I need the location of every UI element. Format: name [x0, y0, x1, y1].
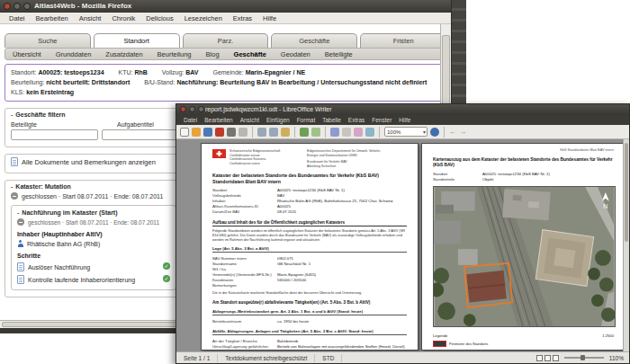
menu-delicious[interactable]: Delicious	[140, 14, 178, 22]
firefox-titlebar[interactable]: Altlast4Web - Mozilla Firefox	[0, 0, 451, 13]
collapse-icon[interactable]: -	[11, 183, 13, 190]
document-page-2[interactable]: KbS Standortdaten Blatt BAV intern Karte…	[421, 143, 626, 351]
help-icon[interactable]	[430, 128, 439, 137]
cut-icon[interactable]	[257, 128, 266, 137]
inhaber-entry[interactable]: Rhätische Bahn AG (RhB)	[17, 240, 170, 247]
writer-vertical-scrollbar[interactable]	[623, 139, 629, 351]
map-title: Kartenauszug aus dem Kataster der belast…	[433, 157, 614, 168]
table-icon[interactable]	[330, 128, 339, 137]
document-area: Schweizerische Eidgenossenschaft Confédé…	[176, 139, 629, 351]
forward-arrow-icon[interactable]: →	[459, 128, 466, 136]
open-icon[interactable]	[192, 128, 201, 137]
step-ausloeser-nachfuehrung[interactable]: Auslöser Nachführung ✓	[17, 262, 170, 271]
minimize-icon[interactable]	[14, 3, 21, 10]
subtab-beteiligte[interactable]: Beteiligte	[318, 50, 360, 58]
tab-standort[interactable]: Standort	[94, 33, 180, 48]
menu-format[interactable]: Format	[293, 117, 320, 123]
navigator-icon[interactable]	[365, 128, 374, 137]
filter-labels: Beteiligte Aufgabentitel	[11, 121, 176, 128]
print-icon[interactable]	[227, 128, 236, 137]
subtab-zusatzdaten[interactable]: Zusatzdaten	[98, 50, 149, 58]
menu-einfuegen[interactable]: Einfügen	[263, 117, 293, 123]
tab-fristen[interactable]: Fristen	[360, 33, 446, 48]
menu-datei[interactable]: Datei	[4, 14, 31, 22]
libreoffice-titlebar[interactable]: report.jsdwkqwzcm1kl.odt - LibreOffice W…	[176, 104, 629, 115]
nachfuehrung-header[interactable]: -Nachführung im Kataster (Start)	[17, 209, 170, 216]
menu-tabelle[interactable]: Tabelle	[319, 117, 345, 123]
beteiligte-input[interactable]	[11, 129, 98, 140]
zoom-slider-knob[interactable]	[580, 355, 585, 360]
page-indicator[interactable]: Seite 1 / 1	[176, 354, 218, 362]
tab-parz[interactable]: Parz.	[183, 33, 269, 48]
gallery-icon[interactable]	[354, 128, 363, 137]
subtab-grunddaten[interactable]: Grunddaten	[49, 50, 99, 58]
subtab-uebersicht[interactable]: Übersicht	[5, 50, 49, 58]
filter-section-header[interactable]: -Geschäfte filtern	[11, 111, 176, 118]
redo-icon[interactable]	[311, 128, 320, 137]
menu-hilfe[interactable]: Hilfe	[395, 117, 414, 123]
menu-ansicht[interactable]: Ansicht	[74, 14, 107, 22]
tab-suche[interactable]: Suche	[4, 33, 91, 48]
subsection-abfaelle: Abfälle, Ablagerungen, Anlagen und Tätig…	[212, 329, 407, 335]
scrollbar-thumb[interactable]	[625, 143, 628, 242]
menu-chronik[interactable]: Chronik	[106, 14, 140, 22]
document-title: Kataster der belasteten Standorte des Bu…	[212, 173, 407, 184]
menu-lesezeichen[interactable]: Lesezeichen	[179, 14, 228, 22]
minimize-icon[interactable]	[189, 106, 195, 112]
step-kontrolle-inhaberorientierung[interactable]: Kontrolle laufende Inhaberorientierung ✓	[17, 275, 170, 284]
nachfuehrung-status: geschlossen · Start 08.07.2011 · Ende: 0…	[17, 218, 170, 226]
subsection-betriebsstandort: Ablagerungs-/Betriebsstandort gem. Art. …	[212, 309, 407, 315]
all-documents-link[interactable]: Alle Dokumente und Bemerkungen anzeigen	[11, 157, 176, 166]
save-icon[interactable]	[203, 128, 212, 137]
menu-datei[interactable]: Datei	[180, 117, 201, 123]
collapse-icon[interactable]: -	[11, 111, 13, 118]
abfaelle-fields: Art der Tätigkeit / BrancheBahnbetrieb U…	[212, 339, 407, 351]
hyperlink-icon[interactable]	[342, 128, 351, 137]
subtab-geschaefte[interactable]: Geschäfte	[227, 50, 274, 58]
zoom-percentage[interactable]: 110%	[609, 355, 624, 361]
document-page-1[interactable]: Schweizerische Eidgenossenschaft Confédé…	[201, 143, 418, 351]
main-tabs: Suche Standort Parz. Geschäfte Fristen	[4, 33, 446, 48]
new-document-icon[interactable]	[180, 128, 189, 137]
kataster-section-header[interactable]: -Kataster: Mutation	[11, 183, 176, 190]
lage-note: Die in der Katasterkarte markierte Stand…	[212, 290, 407, 295]
confederation-lines: Schweizerische Eidgenossenschaft Confédé…	[230, 149, 280, 165]
export-pdf-icon[interactable]	[215, 128, 224, 137]
menu-extras[interactable]: Extras	[345, 117, 368, 123]
standort-info-box: Standort: A00025: testoeps1234 KTU: RhB …	[4, 64, 446, 102]
close-icon[interactable]	[4, 3, 11, 10]
maximize-icon[interactable]	[23, 3, 31, 10]
svg-text:N: N	[603, 203, 608, 209]
menu-bearbeiten[interactable]: Bearbeiten	[31, 14, 74, 22]
legend-scale-row: Legende 1:2500	[433, 333, 614, 338]
menu-extras[interactable]: Extras	[228, 14, 257, 22]
subtab-geodaten[interactable]: Geodaten	[274, 50, 318, 58]
zoom-slider[interactable]	[564, 357, 604, 359]
map-fields: StandortA00025: testoeps1234 (KbS BAV Nr…	[433, 172, 614, 182]
legend-item-perimeter: Perimeter des Standorts	[433, 341, 614, 347]
tab-geschaefte[interactable]: Geschäfte	[271, 33, 357, 48]
maximize-icon[interactable]	[198, 106, 204, 112]
aerial-photo: N	[433, 186, 616, 327]
close-icon[interactable]	[180, 106, 186, 112]
page-preview-icon[interactable]	[238, 128, 248, 137]
collapse-icon[interactable]: -	[17, 209, 19, 216]
menu-bearbeiten[interactable]: Bearbeiten	[201, 117, 236, 123]
undo-icon[interactable]	[300, 128, 309, 137]
back-arrow-icon[interactable]: ←	[449, 128, 456, 136]
menu-ansicht[interactable]: Ansicht	[237, 117, 263, 123]
inhaber-label: Inhaber (Hauptinhaber AltlV)	[17, 231, 170, 237]
view-layout-buttons[interactable]	[536, 355, 559, 361]
section-taetigkeiten: Am Standort ausgeübte(r) abfallrelevante…	[212, 300, 407, 305]
libreoffice-menubar: Datei Bearbeiten Ansicht Einfügen Format…	[176, 115, 629, 125]
subtab-blog[interactable]: Blog	[199, 50, 227, 58]
selection-mode[interactable]: STD	[315, 354, 342, 362]
legend-label: Legende	[433, 333, 447, 338]
menu-hilfe[interactable]: Hilfe	[257, 14, 282, 22]
subtab-beurteilung[interactable]: Beurteilung	[150, 50, 199, 58]
menu-fenster[interactable]: Fenster	[368, 117, 395, 123]
copy-icon[interactable]	[269, 128, 278, 137]
section-aufbau: Aufbau und Inhalt des für die Öffentlich…	[212, 220, 407, 226]
zoom-combobox[interactable]: 100%	[384, 127, 428, 137]
paste-icon[interactable]	[281, 128, 290, 137]
